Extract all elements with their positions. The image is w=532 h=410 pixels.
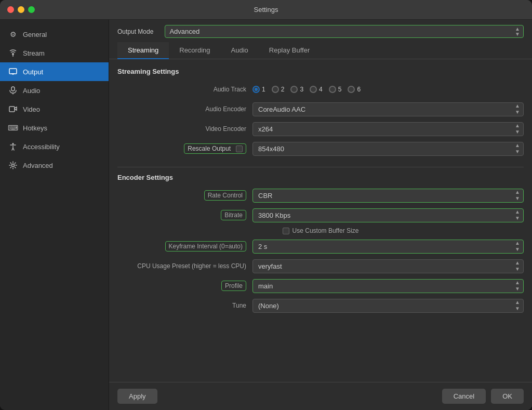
- profile-control: baseline main high ▲▼: [252, 279, 524, 293]
- track-4-radio[interactable]: [310, 86, 317, 93]
- audio-encoder-label: Audio Encoder: [117, 105, 252, 113]
- apply-button[interactable]: Apply: [117, 389, 157, 404]
- window-title: Settings: [254, 6, 278, 14]
- sidebar-label-output: Output: [23, 68, 43, 76]
- sidebar-item-accessibility[interactable]: Accessibility: [0, 137, 109, 156]
- track-3-label: 3: [300, 86, 303, 93]
- video-encoder-select-wrapper: x264 ▲▼: [252, 122, 524, 136]
- track-2-radio[interactable]: [272, 86, 279, 93]
- sidebar-label-audio: Audio: [23, 87, 40, 95]
- bitrate-control: 3800 Kbps ▲▼: [252, 208, 524, 222]
- use-custom-buffer-row: Use Custom Buffer Size: [117, 227, 524, 234]
- advanced-icon: [8, 161, 18, 170]
- cpu-usage-select-wrapper: ultrafast veryfast faster fast medium ▲▼: [252, 259, 524, 273]
- sidebar-item-stream[interactable]: Stream: [0, 44, 109, 62]
- tab-recording[interactable]: Recording: [169, 42, 220, 59]
- gear-icon: ⚙: [8, 30, 18, 39]
- keyframe-select[interactable]: 2 s 0 (auto): [253, 240, 523, 253]
- cpu-usage-control: ultrafast veryfast faster fast medium ▲▼: [252, 259, 524, 273]
- tune-select-wrapper: (None) film animation ▲▼: [252, 299, 524, 313]
- sidebar-label-stream: Stream: [23, 49, 45, 57]
- minimize-button[interactable]: [18, 6, 24, 13]
- sidebar-item-video[interactable]: Video: [0, 100, 109, 118]
- audio-icon: [8, 86, 18, 95]
- audio-track-row: Audio Track 1 2: [117, 82, 524, 97]
- keyframe-highlight: Keyframe Interval (0=auto): [165, 241, 246, 252]
- footer-left: Apply: [117, 389, 157, 404]
- output-mode-select-wrapper: Simple Advanced ▲▼: [165, 25, 524, 38]
- close-button[interactable]: [7, 6, 14, 13]
- sidebar-label-video: Video: [23, 105, 40, 113]
- sidebar: ⚙ General Stream Output Audio: [0, 20, 109, 410]
- cpu-usage-select[interactable]: ultrafast veryfast faster fast medium: [253, 260, 523, 273]
- footer-right: Cancel OK: [442, 389, 524, 404]
- rate-control-select-wrapper: CBR VBR CQP ▲▼: [252, 189, 524, 203]
- bitrate-highlight: Bitrate: [221, 210, 246, 220]
- audio-track-label: Audio Track: [117, 86, 252, 93]
- tune-row: Tune (None) film animation ▲▼: [117, 298, 524, 313]
- svg-point-8: [12, 143, 14, 144]
- keyframe-interval-row: Keyframe Interval (0=auto) 2 s 0 (auto) …: [117, 239, 524, 254]
- track-4-label: 4: [319, 86, 323, 93]
- video-encoder-row: Video Encoder x264 ▲▼: [117, 121, 524, 137]
- stream-icon: [8, 48, 18, 58]
- profile-select[interactable]: baseline main high: [253, 280, 523, 293]
- profile-highlight: Profile: [221, 281, 246, 291]
- track-5[interactable]: 5: [329, 86, 342, 93]
- maximize-button[interactable]: [28, 6, 35, 13]
- tune-select[interactable]: (None) film animation: [253, 299, 523, 312]
- sidebar-item-general[interactable]: ⚙ General: [0, 25, 109, 44]
- ok-button[interactable]: OK: [491, 389, 524, 404]
- svg-rect-2: [9, 69, 17, 74]
- video-encoder-select[interactable]: x264: [253, 123, 523, 136]
- cancel-button[interactable]: Cancel: [442, 389, 486, 404]
- track-5-radio[interactable]: [329, 86, 336, 93]
- section-divider: [117, 167, 524, 167]
- tab-streaming[interactable]: Streaming: [117, 42, 169, 59]
- bitrate-select[interactable]: 3800 Kbps: [253, 209, 523, 222]
- use-custom-checkbox[interactable]: [283, 228, 289, 234]
- track-1[interactable]: 1: [252, 86, 265, 93]
- track-2-label: 2: [281, 86, 285, 93]
- rate-control-highlight: Rate Control: [204, 190, 246, 201]
- output-mode-select[interactable]: Simple Advanced: [165, 25, 523, 37]
- track-2[interactable]: 2: [272, 86, 285, 93]
- bitrate-select-wrapper: 3800 Kbps ▲▼: [252, 208, 524, 222]
- rate-control-label: Rate Control: [117, 192, 252, 199]
- rescale-output-select[interactable]: 854x480: [253, 142, 523, 155]
- sidebar-item-audio[interactable]: Audio: [0, 81, 109, 100]
- rate-control-row: Rate Control CBR VBR CQP ▲▼: [117, 188, 524, 203]
- rescale-output-checkbox[interactable]: [236, 146, 243, 152]
- sidebar-item-hotkeys[interactable]: ⌨ Hotkeys: [0, 118, 109, 137]
- sidebar-item-advanced[interactable]: Advanced: [0, 156, 109, 175]
- cpu-usage-row: CPU Usage Preset (higher = less CPU) ult…: [117, 258, 524, 274]
- video-encoder-control: x264 ▲▼: [252, 122, 524, 136]
- keyboard-icon: ⌨: [8, 123, 18, 133]
- tabs-bar: Streaming Recording Audio Replay Buffer: [109, 42, 532, 59]
- profile-label: Profile: [117, 282, 252, 289]
- rate-control-select[interactable]: CBR VBR CQP: [253, 189, 523, 202]
- track-6[interactable]: 6: [348, 86, 361, 93]
- audio-tracks: 1 2 3: [252, 86, 524, 93]
- profile-select-wrapper: baseline main high ▲▼: [252, 279, 524, 293]
- tab-audio[interactable]: Audio: [221, 42, 259, 59]
- encoder-section-title: Encoder Settings: [117, 174, 524, 181]
- track-6-radio[interactable]: [348, 86, 355, 93]
- track-4[interactable]: 4: [310, 86, 323, 93]
- audio-encoder-row: Audio Encoder CoreAudio AAC ▲▼: [117, 101, 524, 117]
- tab-replay-buffer[interactable]: Replay Buffer: [259, 42, 321, 59]
- audio-track-control: 1 2 3: [252, 86, 524, 93]
- rescale-output-control: 854x480 ▲▼: [252, 142, 524, 156]
- track-3-radio[interactable]: [290, 86, 298, 93]
- track-1-radio[interactable]: [252, 86, 260, 93]
- audio-encoder-select[interactable]: CoreAudio AAC: [253, 103, 523, 116]
- use-custom-buffer-label[interactable]: Use Custom Buffer Size: [283, 227, 359, 234]
- sidebar-item-output[interactable]: Output: [0, 62, 109, 81]
- settings-window: Settings ⚙ General Stream Output: [0, 0, 532, 410]
- track-3[interactable]: 3: [290, 86, 303, 93]
- use-custom-buffer-text: Use Custom Buffer Size: [292, 227, 359, 234]
- tune-label: Tune: [117, 302, 252, 309]
- encoder-settings-section: Encoder Settings Rate Control CBR VBR: [117, 174, 524, 313]
- svg-rect-5: [11, 87, 15, 91]
- rescale-output-highlight: Rescale Output: [184, 143, 246, 154]
